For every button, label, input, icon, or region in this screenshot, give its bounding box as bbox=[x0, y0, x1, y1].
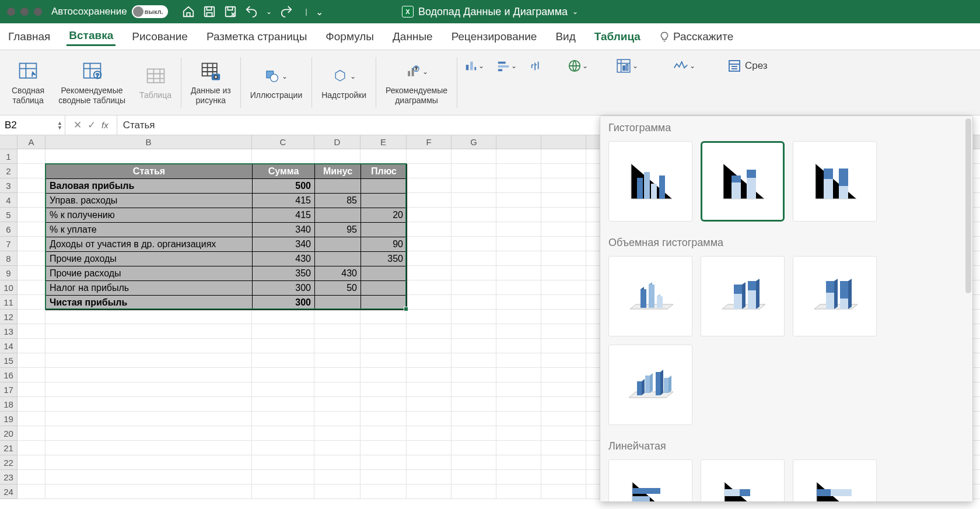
addins-button[interactable]: ⌄ Надстройки bbox=[314, 52, 373, 113]
cell[interactable] bbox=[541, 266, 586, 280]
cell[interactable] bbox=[46, 441, 252, 455]
cell[interactable] bbox=[252, 455, 314, 470]
cell[interactable] bbox=[452, 382, 496, 397]
cell[interactable] bbox=[541, 441, 586, 455]
cell[interactable] bbox=[18, 178, 46, 193]
cell[interactable] bbox=[541, 251, 586, 266]
cell[interactable] bbox=[407, 149, 452, 164]
doc-title-dropdown-icon[interactable]: ⌄ bbox=[572, 8, 578, 16]
cell[interactable] bbox=[360, 149, 407, 164]
autosave-switch[interactable]: выкл. bbox=[132, 5, 168, 18]
chart-thumb-stacked-column[interactable] bbox=[701, 141, 785, 222]
cell[interactable] bbox=[541, 310, 586, 324]
row-header-19[interactable]: 19 bbox=[0, 412, 18, 426]
cell[interactable] bbox=[252, 149, 314, 164]
cell[interactable] bbox=[314, 149, 360, 164]
cell[interactable] bbox=[407, 412, 452, 426]
cell[interactable] bbox=[452, 280, 496, 295]
table-cell-label[interactable]: Прочие расходы bbox=[46, 266, 253, 281]
col-header-G[interactable]: G bbox=[452, 135, 496, 149]
cell[interactable] bbox=[314, 353, 360, 368]
cell[interactable] bbox=[496, 295, 541, 310]
cell[interactable] bbox=[18, 382, 46, 397]
cell[interactable] bbox=[360, 310, 407, 324]
undo-dropdown-icon[interactable]: ⌄ bbox=[266, 8, 272, 16]
chart-thumb-100-stacked-column[interactable] bbox=[793, 141, 877, 222]
table-cell-sum[interactable]: 300 bbox=[253, 296, 315, 310]
cell[interactable] bbox=[407, 280, 452, 295]
col-header-F[interactable]: F bbox=[407, 135, 452, 149]
cell[interactable] bbox=[496, 455, 541, 470]
cell[interactable] bbox=[496, 339, 541, 353]
table-cell-plus[interactable] bbox=[361, 223, 407, 237]
cell[interactable] bbox=[360, 455, 407, 470]
cell[interactable] bbox=[541, 208, 586, 222]
cell[interactable] bbox=[407, 382, 452, 397]
col-header-D[interactable]: D bbox=[314, 135, 360, 149]
row-header-16[interactable]: 16 bbox=[0, 368, 18, 382]
cell[interactable] bbox=[252, 397, 314, 412]
row-header-23[interactable]: 23 bbox=[0, 470, 18, 485]
row-header-11[interactable]: 11 bbox=[0, 295, 18, 310]
chart-thumb-3d-clustered-column[interactable] bbox=[608, 256, 692, 336]
cell[interactable] bbox=[18, 208, 46, 222]
pivot-chart-button[interactable]: ⌄ bbox=[612, 57, 642, 75]
cell[interactable] bbox=[46, 412, 252, 426]
table-cell-minus[interactable]: 50 bbox=[315, 281, 361, 296]
table-cell-sum[interactable]: 500 bbox=[253, 179, 315, 194]
tab-data[interactable]: Данные bbox=[390, 28, 435, 45]
cell[interactable] bbox=[541, 149, 586, 164]
cell[interactable] bbox=[46, 426, 252, 441]
cell[interactable] bbox=[452, 339, 496, 353]
cell[interactable] bbox=[452, 164, 496, 178]
cell[interactable] bbox=[452, 193, 496, 208]
cell[interactable] bbox=[18, 397, 46, 412]
col-header[interactable] bbox=[496, 135, 541, 149]
cell[interactable] bbox=[46, 310, 252, 324]
table-cell-label[interactable]: Доходы от участия в др. организациях bbox=[46, 237, 253, 252]
cell[interactable] bbox=[360, 339, 407, 353]
cell[interactable] bbox=[18, 149, 46, 164]
row-header-3[interactable]: 3 bbox=[0, 178, 18, 193]
cell[interactable] bbox=[407, 485, 452, 499]
cell[interactable] bbox=[541, 382, 586, 397]
cell[interactable] bbox=[541, 353, 586, 368]
document-title[interactable]: X Водопад Данные и Диаграмма ⌄ bbox=[402, 6, 578, 18]
cell[interactable] bbox=[541, 412, 586, 426]
table-cell-sum[interactable]: 340 bbox=[253, 237, 315, 252]
cell[interactable] bbox=[496, 208, 541, 222]
table-cell-minus[interactable] bbox=[315, 296, 361, 310]
name-box[interactable]: B2 ▲▼ bbox=[0, 115, 65, 135]
row-header-18[interactable]: 18 bbox=[0, 397, 18, 412]
cell[interactable] bbox=[314, 310, 360, 324]
row-header-15[interactable]: 15 bbox=[0, 353, 18, 368]
cell[interactable] bbox=[452, 251, 496, 266]
cell[interactable] bbox=[496, 251, 541, 266]
table-cell-label[interactable]: Налог на прибыль bbox=[46, 281, 253, 296]
cell[interactable] bbox=[452, 397, 496, 412]
tab-page-layout[interactable]: Разметка страницы bbox=[204, 28, 309, 45]
table-cell-label[interactable]: Валовая прибыль bbox=[46, 179, 253, 194]
cell[interactable] bbox=[18, 280, 46, 295]
cell[interactable] bbox=[252, 310, 314, 324]
cell[interactable] bbox=[496, 412, 541, 426]
cell[interactable] bbox=[18, 266, 46, 280]
cell[interactable] bbox=[46, 397, 252, 412]
cell[interactable] bbox=[18, 295, 46, 310]
cell[interactable] bbox=[541, 485, 586, 499]
minimize-window-icon[interactable] bbox=[20, 8, 29, 16]
cell[interactable] bbox=[496, 485, 541, 499]
table-cell-minus[interactable] bbox=[315, 179, 361, 194]
cell[interactable] bbox=[496, 426, 541, 441]
cell[interactable] bbox=[18, 353, 46, 368]
cell[interactable] bbox=[496, 353, 541, 368]
tab-draw[interactable]: Рисование bbox=[130, 28, 190, 45]
chart-thumb-clustered-column[interactable] bbox=[608, 141, 692, 222]
cell[interactable] bbox=[407, 353, 452, 368]
cell[interactable] bbox=[541, 339, 586, 353]
cell[interactable] bbox=[252, 412, 314, 426]
cell[interactable] bbox=[496, 280, 541, 295]
cell[interactable] bbox=[252, 324, 314, 339]
cell[interactable] bbox=[452, 149, 496, 164]
col-header[interactable] bbox=[541, 135, 586, 149]
